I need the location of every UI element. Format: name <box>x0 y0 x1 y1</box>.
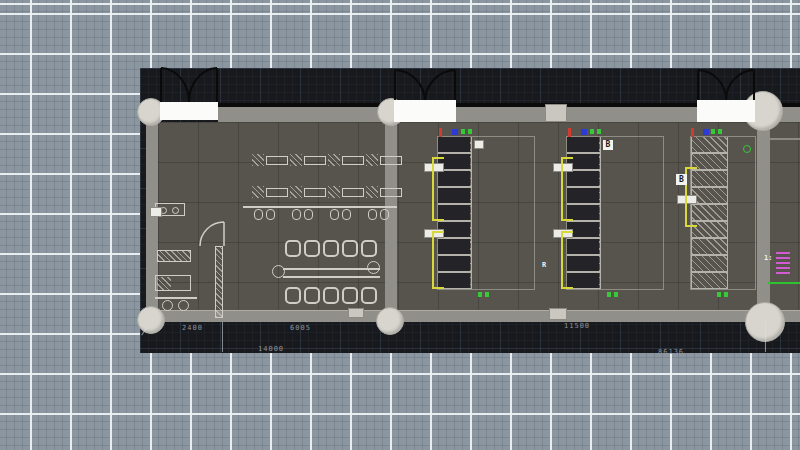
chair <box>361 240 377 257</box>
chair <box>380 209 389 220</box>
chair <box>285 287 301 304</box>
dimension-tick <box>222 322 223 352</box>
yellow-bracket <box>561 231 573 289</box>
chair <box>266 209 275 220</box>
door-sill <box>160 102 218 120</box>
double-door-icon <box>697 70 755 100</box>
green-marker-icon <box>717 292 729 297</box>
workstation-desk <box>266 188 288 197</box>
wall-top-b <box>456 103 697 122</box>
conference-table <box>283 268 380 278</box>
rack-columns <box>438 137 534 289</box>
rack-b-tag: B <box>603 140 613 150</box>
dimension-label: 14000 <box>258 345 284 353</box>
workstation-desk <box>380 188 402 197</box>
desk-side <box>155 275 191 291</box>
dimension-label: 6005 <box>290 324 311 332</box>
workstation-desk <box>342 188 364 197</box>
green-marker-icon <box>590 129 604 134</box>
door-sill <box>697 100 755 122</box>
chair <box>304 209 313 220</box>
cad-canvas[interactable]: B B R 1: 2400 <box>0 0 800 450</box>
red-marker-icon <box>691 128 694 137</box>
green-marker-icon <box>461 129 475 134</box>
chair <box>304 240 320 257</box>
wall-pier-top <box>545 104 567 122</box>
rack-block-b: B <box>566 136 664 290</box>
yellow-bracket <box>432 231 444 289</box>
chair-hatch <box>157 277 171 290</box>
rack-block-a <box>437 136 535 290</box>
chair-hatch <box>328 186 340 198</box>
wall-niche-bottom <box>348 308 364 318</box>
blue-marker-icon <box>581 129 587 135</box>
door-sill <box>394 100 456 122</box>
chair <box>342 209 351 220</box>
magenta-annotation <box>776 252 790 274</box>
double-door-icon <box>160 68 218 102</box>
dimension-label: 86136 <box>658 348 684 356</box>
rack-block-c <box>690 136 756 290</box>
yellow-bracket <box>432 157 444 221</box>
annex-line <box>770 138 800 140</box>
yellow-bracket <box>561 157 573 221</box>
rack-columns <box>567 137 663 289</box>
partition-wall-hatched <box>215 246 223 318</box>
chair <box>162 300 173 311</box>
wall-fixture-chip <box>150 207 162 217</box>
chair-hatch <box>290 154 302 166</box>
r-mark-label: R <box>542 261 546 269</box>
single-door-icon <box>198 220 228 248</box>
chair <box>254 209 263 220</box>
wall-bottom <box>146 310 800 322</box>
green-marker-icon <box>711 129 723 134</box>
workstation-desk <box>342 156 364 165</box>
chair <box>342 240 358 257</box>
workstation-desk <box>266 156 288 165</box>
green-marker-icon <box>478 292 492 297</box>
dimension-label: 2400 <box>182 324 203 332</box>
scale-note: 1: <box>764 254 772 262</box>
dimension-tick <box>765 322 766 352</box>
chair-hatch <box>366 154 378 166</box>
boxed-b-label: B <box>676 174 687 185</box>
rack-columns <box>691 137 755 289</box>
chair-hatch <box>252 186 264 198</box>
chair <box>323 240 339 257</box>
desk-side <box>157 250 191 262</box>
divider-line <box>243 206 397 208</box>
desk-edge-line <box>155 297 197 299</box>
red-marker-icon <box>439 128 442 137</box>
green-dot-icon <box>743 145 751 153</box>
green-underline <box>768 282 800 284</box>
workstation-desk <box>304 156 326 165</box>
chair-hatch <box>290 186 302 198</box>
workstation-desk <box>304 188 326 197</box>
chair <box>368 209 377 220</box>
double-door-icon <box>394 70 456 102</box>
dimension-label: 11500 <box>564 322 590 330</box>
chair-hatch <box>366 186 378 198</box>
chair <box>304 287 320 304</box>
wall-pier-bottom <box>549 308 567 320</box>
blue-marker-icon <box>703 129 709 135</box>
model-space: B B R 1: 2400 <box>140 68 800 353</box>
chair <box>292 209 301 220</box>
column-bottom-mid <box>376 307 404 335</box>
chair-hatch <box>252 154 264 166</box>
chair <box>342 287 358 304</box>
chair <box>361 287 377 304</box>
red-marker-icon <box>568 128 571 137</box>
column-bottom-left <box>137 306 165 334</box>
chair <box>330 209 339 220</box>
workstation-desk <box>380 156 402 165</box>
equipment-dot <box>172 207 179 214</box>
chair <box>323 287 339 304</box>
chair <box>285 240 301 257</box>
wall-top-a <box>218 103 394 122</box>
end-chair <box>367 261 380 274</box>
chair <box>178 300 189 311</box>
end-chair <box>272 265 285 278</box>
chair-hatch <box>328 154 340 166</box>
blue-marker-icon <box>452 129 458 135</box>
